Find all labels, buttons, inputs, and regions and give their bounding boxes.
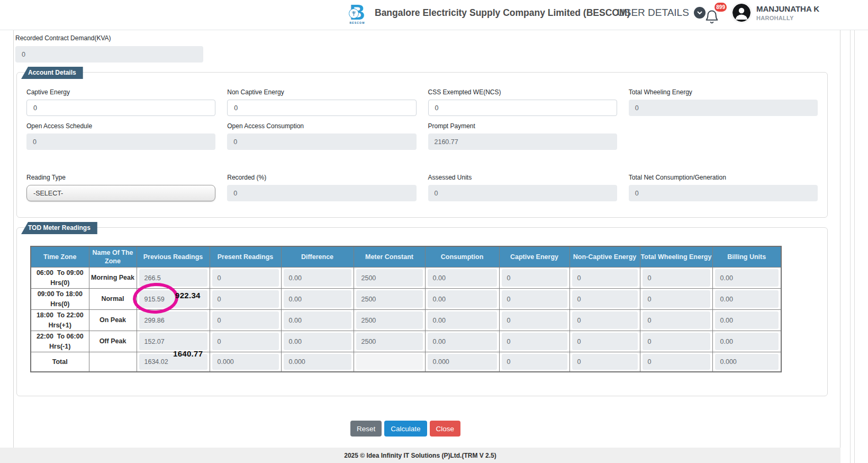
- chevron-down-icon: [694, 7, 706, 19]
- time-zone-cell: Total: [31, 352, 89, 372]
- footer: 2025 © Idea Infinity IT Solutions (P)Ltd…: [0, 448, 840, 463]
- user-avatar[interactable]: [733, 4, 751, 22]
- text-input[interactable]: 0: [26, 100, 215, 116]
- reading-type-select[interactable]: -SELECT-: [26, 185, 215, 201]
- readonly-input: 0.00: [715, 290, 779, 308]
- bescom-logo-icon: B BESCOM: [346, 2, 369, 28]
- time-zone-cell: 09:00 To 18:00 Hrs(0): [31, 289, 89, 310]
- readonly-input: 0: [26, 133, 215, 150]
- readonly-input: 0: [572, 333, 638, 350]
- reading-cell: 0.000: [712, 352, 781, 372]
- reading-cell: 0: [569, 268, 640, 289]
- reading-cell: 0: [499, 268, 569, 289]
- field-label: Total Net Consumption/Generation: [629, 174, 818, 181]
- logo-caption: BESCOM: [346, 21, 369, 24]
- readonly-input: 0.000: [284, 354, 351, 370]
- text-input[interactable]: 0: [428, 100, 617, 116]
- form-field: Open Access Consumption0: [227, 122, 416, 150]
- field-label: Prompt Payment: [428, 122, 617, 130]
- annotation-note-previous: 922.34: [175, 291, 201, 300]
- reading-cell: 0: [569, 352, 640, 372]
- reading-cell: 0.00: [712, 310, 781, 331]
- contract-demand-label: Recorded Contract Demand(KVA): [15, 34, 840, 42]
- readonly-input: 0: [502, 311, 567, 329]
- form-field: Open Access Schedule0: [26, 122, 215, 150]
- column-header: Difference: [281, 246, 354, 268]
- readonly-input: 0.000: [428, 354, 497, 370]
- reading-cell: 0: [499, 310, 569, 331]
- bescom-billing-page: B BESCOM Bangalore Electricity Supply Co…: [0, 0, 868, 463]
- readonly-input: 0.00: [715, 333, 779, 350]
- close-button[interactable]: Close: [430, 421, 461, 437]
- lineman-pole-icon: [349, 8, 359, 19]
- form-field: Captive Energy0: [26, 88, 215, 116]
- readonly-input: 0: [502, 354, 567, 370]
- form-field: Prompt Payment2160.77: [428, 122, 617, 150]
- time-zone-cell: 18:00 To 22:00 Hrs(+1): [31, 310, 89, 331]
- notifications-button[interactable]: 899: [704, 5, 722, 25]
- column-header: Previous Readings: [137, 246, 210, 268]
- readonly-input: 0: [643, 290, 710, 308]
- readonly-input: 0: [212, 333, 279, 350]
- person-icon: [733, 4, 751, 22]
- readonly-input: 0: [643, 333, 710, 350]
- readonly-input: 0: [643, 311, 710, 329]
- field-label: Recorded (%): [227, 174, 416, 181]
- field-label: CSS Exempted WE(NCS): [428, 88, 617, 96]
- field-label: Assessed Units: [428, 174, 617, 181]
- reading-cell: 2500: [354, 310, 425, 331]
- contract-demand-input: 0: [15, 46, 203, 63]
- reading-cell: 0.00: [281, 310, 354, 331]
- column-header: Time Zone: [31, 246, 89, 268]
- reading-cell: 0: [640, 268, 712, 289]
- time-zone-cell: 06:00 To 09:00 Hrs(0): [31, 268, 89, 289]
- reading-cell: 0.00: [281, 268, 354, 289]
- action-buttons: Reset Calculate Close: [14, 421, 797, 437]
- zone-name-cell: Off Peak: [89, 331, 137, 352]
- readonly-input: 0.000: [212, 354, 279, 370]
- readonly-input: 0.00: [428, 311, 497, 329]
- reading-cell: [354, 352, 425, 372]
- reading-cell: 0.00: [425, 268, 499, 289]
- tod-meter-readings-section: TOD Meter Readings Time ZoneName Of The …: [16, 227, 828, 396]
- readonly-input: 0: [212, 290, 279, 308]
- readonly-input: 0: [212, 269, 279, 287]
- form-field: Non Captive Energy0: [227, 88, 416, 116]
- text-input[interactable]: 0: [227, 100, 416, 116]
- user-details-menu[interactable]: USER DETAILS: [617, 7, 706, 19]
- readonly-input: 0: [212, 311, 279, 329]
- reading-cell: 0: [210, 289, 281, 310]
- readonly-input: 0: [643, 354, 710, 370]
- readonly-input: 0.00: [428, 333, 497, 350]
- readonly-input: 0.00: [284, 311, 351, 329]
- readonly-input: 2500: [356, 290, 423, 308]
- readonly-input: 0: [572, 354, 638, 370]
- readonly-input: 0.000: [715, 354, 779, 370]
- readonly-input: 2500: [356, 269, 423, 287]
- readonly-input: 0: [227, 133, 416, 150]
- calculate-button[interactable]: Calculate: [384, 421, 427, 437]
- total-row: Total1634.020.0000.0000.0000000.000: [31, 352, 781, 372]
- readonly-input: 2160.77: [428, 133, 617, 150]
- field-label: Reading Type: [26, 174, 215, 181]
- readonly-input: 152.07: [139, 333, 207, 350]
- readonly-input: 0: [629, 100, 818, 116]
- reading-cell: 0: [569, 310, 640, 331]
- readonly-input: 0: [643, 269, 710, 287]
- zone-name-cell: [89, 352, 137, 372]
- column-header: Captive Energy: [499, 246, 569, 268]
- reset-button[interactable]: Reset: [350, 421, 382, 437]
- table-row: 18:00 To 22:00 Hrs(+1)On Peak299.8600.00…: [31, 310, 781, 331]
- reading-cell: 0.00: [712, 331, 781, 352]
- reading-cell: 0.00: [712, 268, 781, 289]
- scrollbar[interactable]: [850, 30, 855, 463]
- field-label: Open Access Schedule: [26, 122, 215, 130]
- column-header: Name Of The Zone: [89, 246, 137, 268]
- readonly-input: 0: [502, 290, 567, 308]
- tod-meter-readings-tag: TOD Meter Readings: [21, 222, 97, 234]
- reading-cell: 0: [210, 268, 281, 289]
- reading-cell: 0: [640, 352, 712, 372]
- contract-demand-field: Recorded Contract Demand(KVA) 0: [15, 34, 840, 63]
- reading-cell: 0.00: [712, 289, 781, 310]
- reading-cell: 0.00: [281, 331, 354, 352]
